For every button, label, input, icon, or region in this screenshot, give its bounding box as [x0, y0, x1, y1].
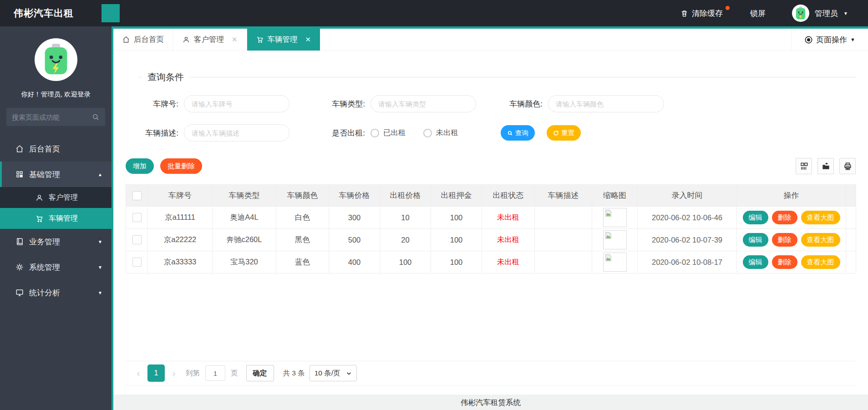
thumbnail[interactable] [603, 230, 627, 249]
sidebar-search-input[interactable] [12, 113, 91, 121]
sidebar-item-customer-mgmt[interactable]: 客户管理 [0, 187, 112, 208]
page-size-select[interactable]: 10 条/页 [310, 365, 357, 381]
table-header-row: 车牌号 车辆类型 车辆颜色 车辆价格 出租价格 出租押金 出租状态 车辆描述 缩… [126, 185, 856, 207]
query-panel: 查询条件 车牌号: 车辆类型: 车辆颜色: 车辆描述: 是否出租: 已出租 [138, 71, 856, 142]
book-icon [15, 238, 24, 246]
sidebar-item-business-mgmt[interactable]: 业务管理 ▼ [0, 229, 112, 254]
col-color: 车辆颜色 [276, 185, 329, 207]
next-page-button[interactable]: › [166, 368, 182, 379]
sidebar-item-vehicle-mgmt[interactable]: 车辆管理 [0, 208, 112, 229]
desc-input[interactable] [184, 124, 289, 142]
query-row-2: 车辆描述: 是否出租: 已出租 未出租 查询 重置 [138, 124, 856, 142]
sidebar-item-basic-mgmt[interactable]: 基础管理 ▲ [0, 162, 112, 187]
current-page-button[interactable]: 1 [147, 364, 165, 382]
radio-circle-icon [371, 129, 379, 137]
color-input[interactable] [548, 95, 664, 112]
sidebar-item-home[interactable]: 后台首页 [0, 136, 112, 162]
type-input[interactable] [371, 95, 476, 112]
cart-icon [256, 36, 264, 43]
reset-button[interactable]: 重置 [547, 125, 581, 141]
row-checkbox[interactable] [132, 213, 142, 222]
thumbnail[interactable] [603, 208, 627, 227]
vehicle-table: 车牌号 车辆类型 车辆颜色 车辆价格 出租价格 出租押金 出租状态 车辆描述 缩… [126, 184, 856, 273]
lock-screen-button[interactable]: 锁屏 [750, 8, 766, 19]
cell-deposit: 100 [431, 229, 482, 251]
cell-time: 2020-06-02 10-06-46 [638, 207, 737, 229]
search-button[interactable]: 查询 [501, 125, 535, 141]
edit-button[interactable]: 编辑 [743, 211, 768, 224]
sidebar-item-system-mgmt[interactable]: 系统管理 ▼ [0, 254, 112, 280]
menu-collapse-button[interactable] [102, 4, 120, 22]
footer: 伟彬汽车租赁系统 [113, 395, 868, 410]
view-image-button[interactable]: 查看大图 [801, 255, 840, 269]
cell-color: 蓝色 [276, 251, 329, 273]
home-icon [122, 36, 130, 43]
cell-plate: 京a11111 [148, 207, 213, 229]
sidebar-item-statistics[interactable]: 统计分析 ▼ [0, 280, 112, 305]
cart-icon [36, 215, 43, 223]
chevron-up-icon: ▲ [98, 172, 102, 177]
print-button[interactable] [839, 158, 856, 174]
plate-input[interactable] [184, 95, 289, 112]
radio-available[interactable]: 未出租 [423, 128, 459, 138]
col-deposit: 出租押金 [431, 185, 482, 207]
page-operations-dropdown[interactable]: 页面操作 ▼ [791, 29, 868, 51]
home-icon [15, 145, 24, 153]
radio-circle-icon [423, 129, 432, 137]
cell-deposit: 100 [431, 207, 482, 229]
view-image-button[interactable]: 查看大图 [801, 211, 840, 224]
col-rent-price: 出租价格 [380, 185, 431, 207]
table-row: 京a33333 宝马320 蓝色 400 100 100 未出租 2020-06… [126, 251, 856, 273]
columns-toggle-button[interactable] [796, 158, 812, 174]
confirm-page-button[interactable]: 确定 [246, 365, 274, 381]
export-button[interactable] [817, 158, 834, 174]
cell-time: 2020-06-02 10-08-17 [638, 251, 737, 273]
content-spacer [126, 273, 856, 361]
close-icon[interactable]: ✕ [305, 35, 311, 44]
prev-page-button[interactable]: ‹ [130, 368, 147, 379]
desc-label: 车辆描述: [138, 128, 184, 138]
delete-button[interactable]: 删除 [772, 255, 797, 269]
thumbnail[interactable] [603, 253, 627, 272]
clear-cache-button[interactable]: 清除缓存 [680, 8, 723, 19]
view-image-button[interactable]: 查看大图 [801, 233, 840, 247]
page-number-input[interactable] [205, 365, 225, 381]
cell-time: 2020-06-02 10-07-39 [638, 229, 737, 251]
close-icon[interactable]: ✕ [232, 35, 238, 44]
edit-button[interactable]: 编辑 [743, 255, 768, 269]
delete-button[interactable]: 删除 [772, 211, 797, 224]
tab-home[interactable]: 后台首页 [113, 29, 173, 51]
delete-button[interactable]: 删除 [772, 233, 797, 247]
sidebar: 你好！管理员, 欢迎登录 后台首页 基础管理 ▲ 客户管理 车辆管理 业务管理 … [0, 26, 112, 410]
plate-label: 车牌号: [138, 99, 184, 109]
search-icon[interactable] [91, 113, 100, 121]
user-menu[interactable]: 管理员 ▼ [792, 5, 848, 22]
edit-button[interactable]: 编辑 [743, 233, 768, 247]
type-label: 车辆类型: [289, 99, 371, 109]
monitor-icon [15, 289, 24, 297]
tab-vehicle-mgmt[interactable]: 车辆管理 ✕ [247, 29, 320, 51]
avatar [792, 5, 809, 22]
row-checkbox[interactable] [132, 258, 142, 267]
select-all-checkbox[interactable] [132, 191, 142, 200]
sidebar-search [6, 108, 105, 126]
chevron-down-icon: ▼ [843, 11, 848, 16]
batch-delete-button[interactable]: 批量删除 [160, 158, 202, 174]
add-button[interactable]: 增加 [126, 158, 154, 174]
col-actions: 操作 [737, 185, 846, 207]
row-checkbox[interactable] [132, 235, 142, 244]
columns-icon [800, 162, 808, 171]
cell-rent: 20 [380, 229, 431, 251]
sidebar-item-label: 系统管理 [29, 262, 60, 273]
grid-icon [15, 170, 24, 178]
cell-type: 奥迪A4L [213, 207, 276, 229]
printer-icon [843, 162, 852, 171]
tab-label: 车辆管理 [268, 35, 298, 45]
cell-deposit: 100 [431, 251, 482, 273]
page-label: 页 [231, 369, 238, 378]
cell-plate: 京a33333 [148, 251, 213, 273]
radio-rented[interactable]: 已出租 [371, 128, 406, 138]
profile-avatar[interactable] [35, 38, 77, 81]
tab-customer-mgmt[interactable]: 客户管理 ✕ [173, 29, 247, 51]
sidebar-menu: 后台首页 基础管理 ▲ 客户管理 车辆管理 业务管理 ▼ 系统管理 ▼ 统计分析 [0, 136, 112, 305]
